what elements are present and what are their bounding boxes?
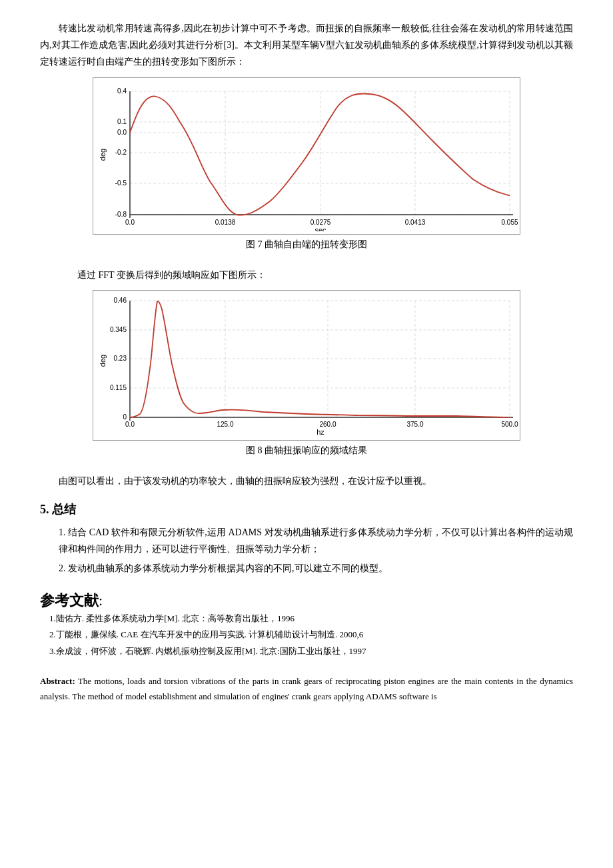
- chart1-wrap: deg: [93, 77, 520, 235]
- svg-text:260.0: 260.0: [319, 421, 336, 428]
- svg-text:deg: deg: [99, 355, 107, 367]
- references-section: 参考文献:: [40, 591, 573, 611]
- chart2-wrap: deg 0.46 0.345 0.23 0.115 0 0.0 125.0 26…: [93, 290, 520, 441]
- chart1-container: deg: [40, 77, 573, 260]
- chart2-caption: 图 8 曲轴扭振响应的频域结果: [246, 445, 367, 457]
- chart2-svg: deg 0.46 0.345 0.23 0.115 0 0.0 125.0 26…: [93, 291, 520, 437]
- svg-text:375.0: 375.0: [406, 421, 423, 428]
- svg-text:0.1: 0.1: [117, 118, 127, 125]
- ref-item-3: 3.余成波，何怀波，石晓辉. 内燃机振动控制及应用[M]. 北京:国防工业出版社…: [49, 643, 573, 660]
- references-heading: 参考文献: [40, 592, 99, 609]
- svg-text:0.0: 0.0: [125, 219, 135, 226]
- svg-text:0.0138: 0.0138: [215, 219, 236, 226]
- svg-text:0: 0: [123, 413, 127, 421]
- chart1-svg: deg: [93, 78, 520, 231]
- svg-text:500.0: 500.0: [501, 421, 518, 428]
- conclusion-item-1: 1. 结合 CAD 软件和有限元分析软件,运用 ADAMS 对发动机曲轴系进行多…: [59, 524, 573, 557]
- references-list: 1.陆佑方. 柔性多体系统动力学[M]. 北京：高等教育出版社，1996 2.丁…: [49, 611, 573, 660]
- svg-text:0.345: 0.345: [110, 326, 127, 333]
- intro-paragraph: 转速比发动机常用转速高得多,因此在初步计算中可不予考虑。而扭振的自振频率一般较低…: [40, 20, 573, 71]
- svg-text:hz: hz: [316, 428, 324, 436]
- abstract-text: The motions, loads and torsion vibration…: [40, 676, 573, 701]
- page-content: 转速比发动机常用转速高得多,因此在初步计算中可不予考虑。而扭振的自振频率一般较低…: [40, 20, 573, 704]
- conclusion-item-2: 2. 发动机曲轴系的多体系统动力学分析根据其内容的不同,可以建立不同的模型。: [59, 560, 573, 577]
- fft-intro-text: 通过 FFT 变换后得到的频域响应如下图所示：: [40, 267, 573, 283]
- svg-text:0.0: 0.0: [117, 129, 127, 136]
- svg-text:0.4: 0.4: [117, 87, 127, 95]
- svg-text:0.0413: 0.0413: [405, 219, 426, 226]
- chart1-curve: [130, 93, 510, 215]
- chart1-caption: 图 7 曲轴自由端的扭转变形图: [246, 239, 367, 251]
- abstract-block: Abstract: The motions, loads and torsion…: [40, 673, 573, 705]
- svg-text:0.23: 0.23: [114, 355, 127, 362]
- chart2-note: 由图可以看出，由于该发动机的功率较大，曲轴的扭振响应较为强烈，在设计应予以重视。: [40, 473, 573, 489]
- svg-text:-0.5: -0.5: [115, 179, 127, 187]
- ref-item-2: 2.丁能根，廉保续. CAE 在汽车开发中的应用与实践. 计算机辅助设计与制造.…: [49, 627, 573, 643]
- svg-text:-0.8: -0.8: [115, 211, 127, 218]
- svg-text:0.0275: 0.0275: [310, 219, 331, 226]
- svg-text:0.055: 0.055: [501, 219, 518, 226]
- references-colon: :: [99, 592, 103, 609]
- svg-text:-0.2: -0.2: [115, 149, 127, 156]
- svg-text:0.0: 0.0: [125, 421, 135, 428]
- ref-item-1: 1.陆佑方. 柔性多体系统动力学[M]. 北京：高等教育出版社，1996: [49, 611, 573, 627]
- chart2-curve: [130, 301, 510, 417]
- section5-heading: 5. 总结: [40, 501, 573, 517]
- chart2-container: deg 0.46 0.345 0.23 0.115 0 0.0 125.0 26…: [40, 290, 573, 466]
- svg-text:sec: sec: [314, 226, 326, 231]
- svg-text:0.115: 0.115: [110, 384, 127, 391]
- svg-text:0.46: 0.46: [114, 297, 127, 304]
- abstract-label: Abstract:: [40, 676, 75, 686]
- chart1-ylabel: deg: [99, 148, 107, 160]
- svg-text:125.0: 125.0: [217, 421, 233, 428]
